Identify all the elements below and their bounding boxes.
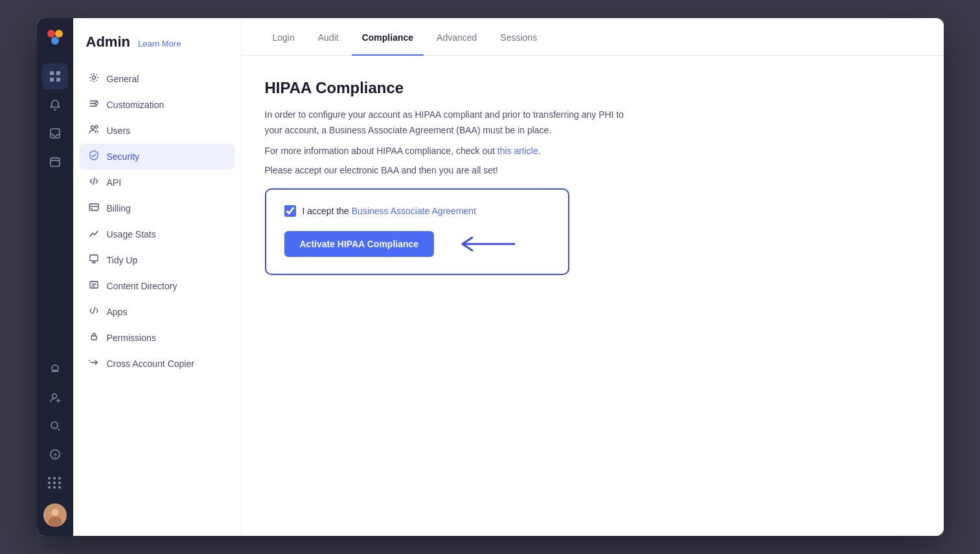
- tab-sessions[interactable]: Sessions: [490, 18, 547, 56]
- sidebar-item-apps[interactable]: Apps: [80, 299, 234, 325]
- permissions-label: Permissions: [107, 333, 156, 343]
- svg-rect-6: [56, 78, 60, 82]
- iconbar-bell[interactable]: [42, 92, 68, 118]
- icon-bar: ?: [37, 18, 73, 536]
- sidebar-item-users[interactable]: Users: [80, 118, 234, 144]
- sidebar-item-general[interactable]: General: [80, 66, 234, 92]
- svg-point-19: [95, 102, 98, 105]
- tidy-up-label: Tidy Up: [107, 255, 138, 265]
- iconbar-dots[interactable]: [42, 470, 68, 496]
- avatar-image: [43, 504, 67, 527]
- billing-label: Billing: [107, 203, 131, 214]
- svg-rect-26: [91, 336, 97, 340]
- svg-point-20: [91, 126, 94, 129]
- iconbar-search[interactable]: [42, 413, 68, 439]
- sidebar-item-content-directory[interactable]: Content Directory: [80, 273, 234, 299]
- baa-link[interactable]: Business Associate Agreement: [352, 206, 476, 216]
- sidebar-item-billing[interactable]: Billing: [80, 195, 234, 221]
- iconbar-calendar[interactable]: [42, 149, 68, 175]
- svg-point-21: [95, 126, 98, 128]
- desc-paragraph-2: For more information about HIPAA complia…: [265, 144, 641, 159]
- svg-point-18: [92, 76, 95, 80]
- sidebar-item-cross-account-copier[interactable]: Cross Account Copier: [80, 351, 234, 377]
- customization-label: Customization: [107, 100, 165, 110]
- desc-text-2: For more information about HIPAA complia…: [265, 146, 497, 156]
- checkbox-row: I accept the Business Associate Agreemen…: [284, 205, 550, 217]
- activate-hipaa-button[interactable]: Activate HIPAA Compliance: [284, 231, 435, 257]
- svg-point-1: [55, 30, 63, 38]
- svg-point-0: [47, 30, 55, 38]
- tab-login[interactable]: Login: [262, 18, 305, 56]
- cross-account-icon: [87, 357, 100, 370]
- sidebar-item-customization[interactable]: Customization: [80, 92, 234, 118]
- compliance-content: HIPAA Compliance In order to configure y…: [242, 56, 944, 536]
- desc-text-end: .: [538, 146, 541, 156]
- sidebar-header: Admin Learn More: [73, 34, 241, 66]
- desc-paragraph-1: In order to configure your account as HI…: [265, 107, 641, 138]
- general-icon: [87, 72, 100, 85]
- content-directory-icon: [87, 280, 100, 293]
- usage-stats-icon: [87, 228, 100, 241]
- svg-point-2: [51, 37, 59, 45]
- sidebar-item-security[interactable]: Security: [80, 144, 234, 170]
- customization-icon: [87, 98, 100, 111]
- users-icon: [87, 124, 100, 137]
- checkbox-prefix: I accept the: [302, 206, 352, 216]
- billing-icon: [87, 202, 100, 215]
- sidebar: Admin Learn More General: [73, 18, 242, 536]
- users-label: Users: [107, 126, 131, 136]
- svg-point-10: [52, 394, 56, 399]
- security-icon: [87, 150, 100, 163]
- app-window: ? Admin Learn More: [37, 18, 944, 536]
- baa-box: I accept the Business Associate Agreemen…: [265, 188, 569, 275]
- permissions-icon: [87, 331, 100, 344]
- sidebar-item-permissions[interactable]: Permissions: [80, 325, 234, 351]
- arrow-annotation: [450, 230, 521, 258]
- tab-compliance[interactable]: Compliance: [352, 18, 424, 56]
- sidebar-nav: General Customization: [73, 66, 241, 377]
- api-label: API: [107, 177, 122, 188]
- content-directory-label: Content Directory: [107, 281, 177, 291]
- desc-text-1: In order to configure your account as HI…: [265, 109, 624, 135]
- iconbar-inbox[interactable]: [42, 120, 68, 146]
- svg-rect-23: [91, 208, 93, 210]
- svg-point-16: [49, 516, 62, 527]
- tabs-bar: Login Audit Compliance Advanced Sessions: [242, 18, 944, 56]
- main-content: Login Audit Compliance Advanced Sessions…: [242, 18, 944, 536]
- page-title: HIPAA Compliance: [265, 79, 920, 97]
- svg-rect-4: [56, 71, 60, 75]
- iconbar-plant[interactable]: [42, 356, 68, 382]
- this-article-link[interactable]: this article: [497, 146, 538, 156]
- learn-more-link[interactable]: Learn More: [138, 39, 181, 49]
- svg-rect-5: [50, 78, 54, 82]
- tab-audit[interactable]: Audit: [308, 18, 349, 56]
- apps-icon: [87, 305, 100, 318]
- iconbar-help[interactable]: ?: [42, 441, 68, 467]
- tab-advanced[interactable]: Advanced: [426, 18, 487, 56]
- general-label: General: [107, 74, 139, 84]
- sidebar-item-usage-stats[interactable]: Usage Stats: [80, 221, 234, 247]
- svg-rect-8: [51, 158, 60, 166]
- checkbox-label: I accept the Business Associate Agreemen…: [302, 206, 477, 216]
- sidebar-item-api[interactable]: API: [80, 170, 234, 195]
- svg-rect-25: [90, 282, 98, 288]
- baa-checkbox[interactable]: [284, 205, 296, 217]
- api-icon: [87, 176, 100, 189]
- security-label: Security: [107, 151, 140, 162]
- svg-point-11: [51, 422, 58, 428]
- cross-account-copier-label: Cross Account Copier: [107, 359, 194, 369]
- tidy-up-icon: [87, 254, 100, 267]
- svg-rect-22: [89, 204, 98, 210]
- iconbar-user-plus[interactable]: [42, 384, 68, 410]
- svg-text:?: ?: [53, 452, 57, 459]
- user-avatar[interactable]: [43, 504, 67, 527]
- usage-stats-label: Usage Stats: [107, 229, 156, 239]
- logo: [45, 27, 65, 50]
- apps-label: Apps: [107, 307, 128, 317]
- sidebar-title: Admin: [86, 34, 130, 50]
- sidebar-item-tidy-up[interactable]: Tidy Up: [80, 247, 234, 273]
- svg-point-17: [52, 509, 58, 516]
- iconbar-grid[interactable]: [42, 63, 68, 89]
- svg-rect-24: [90, 255, 98, 261]
- svg-rect-3: [50, 71, 54, 75]
